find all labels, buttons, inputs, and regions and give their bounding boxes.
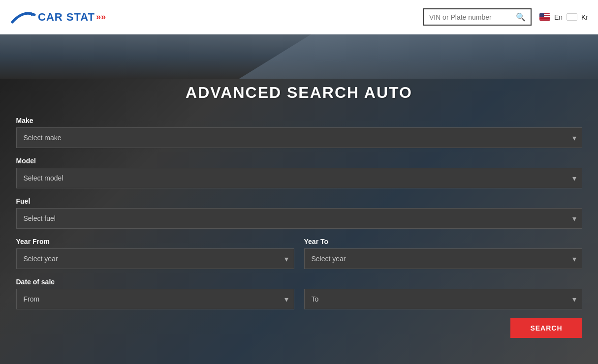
date-of-sale-field-group: Date of sale From ▾ To ▾	[16, 278, 582, 309]
search-submit-button[interactable]: SEARCH	[510, 318, 582, 338]
make-select[interactable]: Select make	[16, 127, 582, 148]
model-select-wrapper: Select model	[16, 168, 582, 188]
date-row: From ▾ To ▾	[16, 289, 582, 309]
lang-en-link[interactable]: En	[554, 13, 563, 21]
make-label: Make	[16, 117, 582, 124]
model-select[interactable]: Select model	[16, 168, 582, 188]
language-selector: En Kr	[539, 13, 588, 21]
header-right: 🔍 En Kr	[423, 8, 588, 26]
fuel-label: Fuel	[16, 197, 582, 205]
vin-search-input[interactable]	[429, 13, 516, 21]
search-button[interactable]: 🔍	[516, 12, 526, 22]
date-to-wrapper: To ▾	[304, 289, 582, 309]
make-field-group: Make Select make	[16, 117, 582, 148]
year-to-field-group: Year To Select year	[304, 238, 582, 269]
year-to-select-wrapper: Select year	[304, 248, 582, 269]
flag-kr-icon	[567, 13, 577, 21]
logo-text: CAR STAT	[38, 11, 95, 24]
model-field-group: Model Select model	[16, 157, 582, 188]
year-from-label: Year From	[16, 238, 294, 245]
make-select-wrapper: Select make	[16, 127, 582, 148]
year-from-field-group: Year From Select year	[16, 238, 294, 269]
year-to-select[interactable]: Select year	[304, 248, 582, 269]
page-title: ADVANCED SEARCH AUTO	[16, 84, 582, 102]
date-of-sale-label: Date of sale	[16, 278, 582, 286]
fuel-select[interactable]: Select fuel	[16, 208, 582, 229]
year-from-select-wrapper: Select year	[16, 248, 294, 269]
hero-background: ADVANCED SEARCH AUTO Make Select make Mo…	[0, 34, 598, 364]
logo: CAR STAT »»	[10, 7, 106, 27]
vin-search-box[interactable]: 🔍	[423, 8, 532, 26]
year-from-select[interactable]: Select year	[16, 248, 294, 269]
search-form: Make Select make Model Select model	[16, 117, 582, 338]
year-row: Year From Select year Year To Select yea…	[16, 238, 582, 278]
fuel-select-wrapper: Select fuel	[16, 208, 582, 229]
search-form-container: ADVANCED SEARCH AUTO Make Select make Mo…	[16, 84, 582, 338]
year-to-label: Year To	[304, 238, 582, 245]
logo-icon	[10, 7, 37, 27]
flag-us-icon	[539, 13, 550, 21]
date-from-wrapper: From ▾	[16, 289, 294, 309]
model-label: Model	[16, 157, 582, 165]
lang-kr-link[interactable]: Kr	[581, 13, 588, 21]
logo-arrows: »»	[96, 12, 106, 22]
search-button-row: SEARCH	[16, 318, 582, 338]
header: CAR STAT »» 🔍 En Kr	[0, 0, 598, 34]
fuel-field-group: Fuel Select fuel	[16, 197, 582, 229]
date-from-select[interactable]: From	[16, 289, 294, 309]
date-to-select[interactable]: To	[304, 289, 582, 309]
